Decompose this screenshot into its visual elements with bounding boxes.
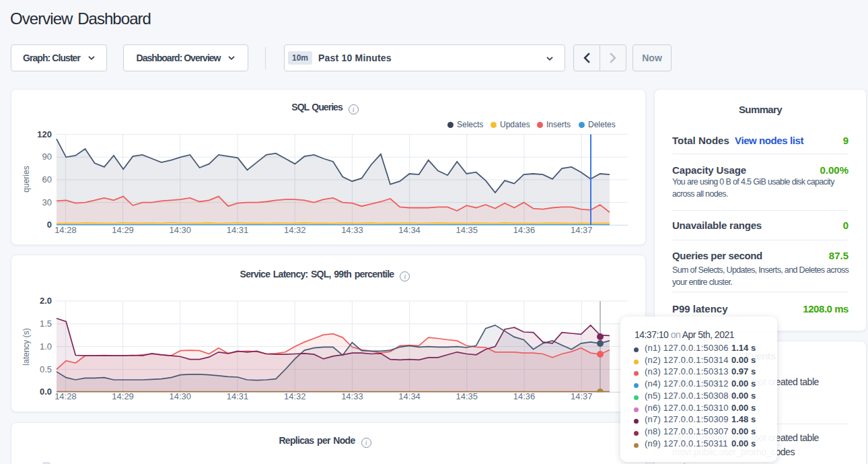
svg-text:0: 0 bbox=[47, 220, 52, 230]
svg-text:14:35: 14:35 bbox=[456, 225, 478, 235]
svg-text:14:34: 14:34 bbox=[398, 391, 421, 401]
svg-text:14:32: 14:32 bbox=[284, 391, 306, 401]
svg-text:14:35: 14:35 bbox=[456, 391, 478, 401]
svg-text:14:37: 14:37 bbox=[571, 225, 593, 235]
svg-text:14:36: 14:36 bbox=[513, 225, 536, 235]
svg-text:14:30: 14:30 bbox=[170, 225, 192, 235]
svg-text:14:34: 14:34 bbox=[398, 225, 421, 235]
svg-text:14:31: 14:31 bbox=[227, 391, 249, 401]
svg-text:90: 90 bbox=[42, 152, 52, 162]
svg-text:0.5: 0.5 bbox=[40, 364, 52, 374]
svg-text:2.0: 2.0 bbox=[40, 296, 52, 306]
svg-text:14:28: 14:28 bbox=[55, 225, 77, 235]
svg-text:14:37: 14:37 bbox=[571, 391, 593, 401]
svg-text:30: 30 bbox=[42, 197, 52, 207]
svg-text:1.5: 1.5 bbox=[40, 319, 52, 329]
svg-text:14:29: 14:29 bbox=[112, 225, 134, 235]
svg-text:14:30: 14:30 bbox=[170, 391, 192, 401]
svg-text:14:29: 14:29 bbox=[112, 391, 134, 401]
svg-text:1.0: 1.0 bbox=[40, 341, 52, 352]
svg-text:120: 120 bbox=[37, 129, 52, 139]
svg-text:14:36: 14:36 bbox=[513, 391, 536, 401]
svg-text:14:28: 14:28 bbox=[55, 391, 77, 401]
svg-text:0.0: 0.0 bbox=[40, 387, 52, 397]
svg-text:60: 60 bbox=[42, 174, 52, 185]
svg-text:14:33: 14:33 bbox=[341, 391, 363, 401]
svg-text:14:33: 14:33 bbox=[341, 225, 363, 235]
svg-text:14:31: 14:31 bbox=[227, 225, 249, 235]
svg-text:14:32: 14:32 bbox=[284, 225, 306, 235]
